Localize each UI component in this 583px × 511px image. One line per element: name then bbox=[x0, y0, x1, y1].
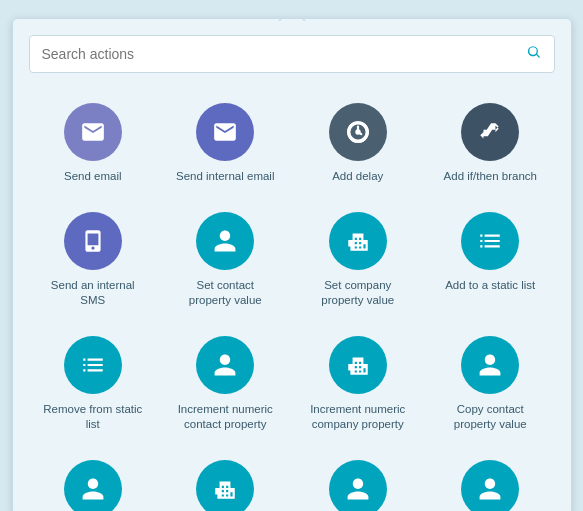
bottom-peek-row bbox=[29, 450, 555, 511]
action-item-set-contact-property[interactable]: Set contact property value bbox=[161, 202, 290, 318]
action-item-increment-numeric-company[interactable]: Increment numeric company property bbox=[294, 326, 423, 442]
search-button[interactable] bbox=[526, 44, 542, 64]
send-email-icon bbox=[64, 103, 122, 161]
send-internal-sms-label: Send an internal SMS bbox=[43, 278, 143, 308]
action-item-copy-contact-property[interactable]: Copy contact property value bbox=[426, 326, 555, 442]
copy-contact-property-label: Copy contact property value bbox=[440, 402, 540, 432]
set-company-property-icon bbox=[329, 212, 387, 270]
action-item-add-to-static-list[interactable]: Add to a static list bbox=[426, 202, 555, 318]
add-if-then-branch-label: Add if/then branch bbox=[444, 169, 537, 184]
search-icon bbox=[526, 44, 542, 60]
action-item-send-internal-email[interactable]: Send internal email bbox=[161, 93, 290, 194]
send-internal-sms-icon bbox=[64, 212, 122, 270]
send-email-label: Send email bbox=[64, 169, 122, 184]
search-input[interactable] bbox=[42, 46, 526, 62]
add-delay-icon bbox=[329, 103, 387, 161]
remove-from-static-list-label: Remove from static list bbox=[43, 402, 143, 432]
actions-grid-wrapper: Send emailSend internal email Add delay … bbox=[13, 85, 571, 511]
search-bar bbox=[29, 35, 555, 73]
copy-contact-property-icon bbox=[461, 336, 519, 394]
increment-numeric-contact-label: Increment numeric contact property bbox=[175, 402, 275, 432]
set-company-property-label: Set company property value bbox=[308, 278, 408, 308]
increment-numeric-company-label: Increment numeric company property bbox=[308, 402, 408, 432]
action-item-remove-from-static-list[interactable]: Remove from static list bbox=[29, 326, 158, 442]
actions-grid: Send emailSend internal email Add delay … bbox=[29, 93, 555, 450]
peek-action-peek4[interactable] bbox=[426, 450, 555, 511]
action-item-send-internal-sms[interactable]: Send an internal SMS bbox=[29, 202, 158, 318]
send-internal-email-icon bbox=[196, 103, 254, 161]
add-delay-label: Add delay bbox=[332, 169, 383, 184]
action-item-add-if-then-branch[interactable]: Add if/then branch bbox=[426, 93, 555, 194]
set-contact-property-icon bbox=[196, 212, 254, 270]
add-to-static-list-label: Add to a static list bbox=[445, 278, 535, 293]
action-item-set-company-property[interactable]: Set company property value bbox=[294, 202, 423, 318]
svg-point-5 bbox=[356, 130, 359, 133]
peek1-peek-icon bbox=[64, 460, 122, 511]
peek2-peek-icon bbox=[196, 460, 254, 511]
action-item-increment-numeric-contact[interactable]: Increment numeric contact property bbox=[161, 326, 290, 442]
peek-action-peek2[interactable] bbox=[161, 450, 290, 511]
peek-action-peek1[interactable] bbox=[29, 450, 158, 511]
increment-numeric-company-icon bbox=[329, 336, 387, 394]
remove-from-static-list-icon bbox=[64, 336, 122, 394]
add-to-static-list-icon bbox=[461, 212, 519, 270]
increment-numeric-contact-icon bbox=[196, 336, 254, 394]
peek3-peek-icon bbox=[329, 460, 387, 511]
actions-popup: Send emailSend internal email Add delay … bbox=[12, 18, 572, 511]
search-wrapper bbox=[13, 19, 571, 85]
peek4-peek-icon bbox=[461, 460, 519, 511]
action-item-add-delay[interactable]: Add delay bbox=[294, 93, 423, 194]
set-contact-property-label: Set contact property value bbox=[175, 278, 275, 308]
peek-action-peek3[interactable] bbox=[294, 450, 423, 511]
send-internal-email-label: Send internal email bbox=[176, 169, 274, 184]
add-if-then-branch-icon bbox=[461, 103, 519, 161]
action-item-send-email[interactable]: Send email bbox=[29, 93, 158, 194]
